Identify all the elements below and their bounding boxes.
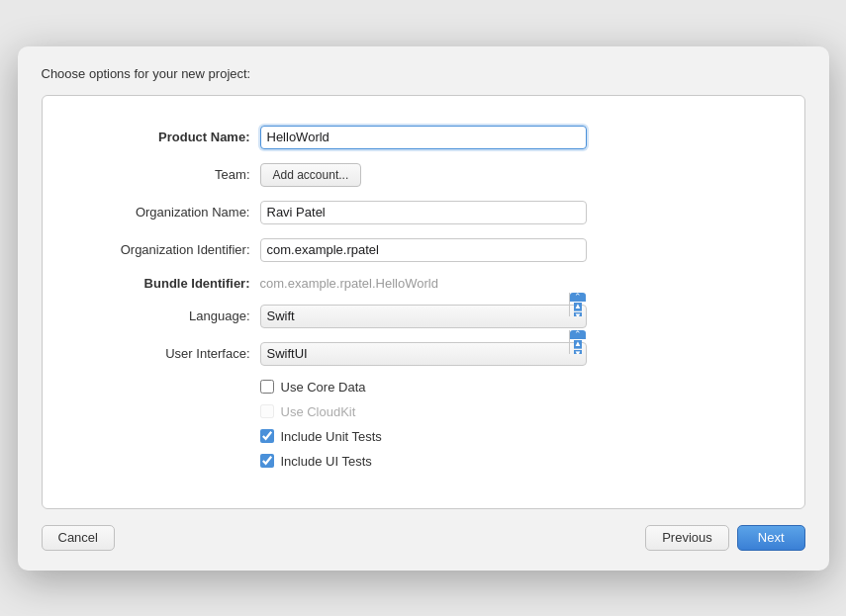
use-cloudkit-label: Use CloudKit	[281, 404, 356, 419]
use-core-data-checkbox[interactable]	[260, 380, 274, 394]
org-name-input-wrap	[260, 201, 587, 224]
form-panel: Product Name: Team: Add account... Organ…	[42, 95, 805, 509]
include-ui-tests-label: Include UI Tests	[281, 454, 372, 469]
ui-select-container: SwiftUI Storyboard ▲ ▼	[260, 342, 587, 366]
dialog-footer: Cancel Previous Next	[18, 509, 829, 571]
ui-select-wrap: SwiftUI Storyboard ▲ ▼	[260, 342, 587, 366]
language-select[interactable]: Swift Objective-C	[260, 305, 587, 328]
ui-label: User Interface:	[62, 346, 260, 361]
language-row: Language: Swift Objective-C ▲ ▼	[62, 305, 785, 328]
org-name-label: Organization Name:	[62, 205, 260, 220]
product-name-input[interactable]	[260, 126, 587, 149]
language-select-container: Swift Objective-C ▲ ▼	[260, 305, 587, 328]
product-name-input-wrap	[260, 126, 587, 149]
team-label: Team:	[62, 167, 260, 182]
product-name-row: Product Name:	[62, 126, 785, 149]
previous-button[interactable]: Previous	[645, 525, 729, 551]
org-name-input[interactable]	[260, 201, 587, 224]
dialog-title: Choose options for your new project:	[42, 66, 805, 81]
language-select-wrap: Swift Objective-C ▲ ▼	[260, 305, 587, 328]
bundle-id-value-wrap: com.example.rpatel.HelloWorld	[260, 276, 587, 291]
dialog-body: Choose options for your new project: Pro…	[18, 46, 829, 509]
ui-row: User Interface: SwiftUI Storyboard ▲ ▼	[62, 342, 785, 366]
use-core-data-row: Use Core Data	[260, 380, 785, 395]
use-core-data-label: Use Core Data	[281, 380, 366, 395]
footer-right-buttons: Previous Next	[645, 525, 804, 551]
use-cloudkit-row: Use CloudKit	[260, 404, 785, 419]
org-id-label: Organization Identifier:	[62, 242, 260, 257]
add-account-button[interactable]: Add account...	[260, 163, 362, 187]
checkboxes-section: Use Core Data Use CloudKit Include Unit …	[62, 380, 785, 469]
ui-select[interactable]: SwiftUI Storyboard	[260, 342, 587, 366]
cancel-button[interactable]: Cancel	[42, 525, 115, 551]
bundle-id-label: Bundle Identifier:	[62, 276, 260, 291]
language-label: Language:	[62, 308, 260, 323]
next-button[interactable]: Next	[737, 525, 805, 551]
org-id-input[interactable]	[260, 238, 587, 262]
org-name-row: Organization Name:	[62, 201, 785, 224]
include-unit-tests-row: Include Unit Tests	[260, 429, 785, 444]
org-id-input-wrap	[260, 238, 587, 262]
include-unit-tests-label: Include Unit Tests	[281, 429, 382, 444]
bundle-id-value: com.example.rpatel.HelloWorld	[260, 274, 438, 293]
include-ui-tests-row: Include UI Tests	[260, 454, 785, 469]
bundle-id-row: Bundle Identifier: com.example.rpatel.He…	[62, 276, 785, 291]
product-name-label: Product Name:	[62, 130, 260, 144]
use-cloudkit-checkbox[interactable]	[260, 404, 274, 418]
team-row: Team: Add account...	[62, 163, 785, 187]
org-id-row: Organization Identifier:	[62, 238, 785, 262]
include-unit-tests-checkbox[interactable]	[260, 429, 274, 443]
team-input-wrap: Add account...	[260, 163, 587, 187]
new-project-dialog: Choose options for your new project: Pro…	[18, 46, 829, 571]
include-ui-tests-checkbox[interactable]	[260, 454, 274, 468]
